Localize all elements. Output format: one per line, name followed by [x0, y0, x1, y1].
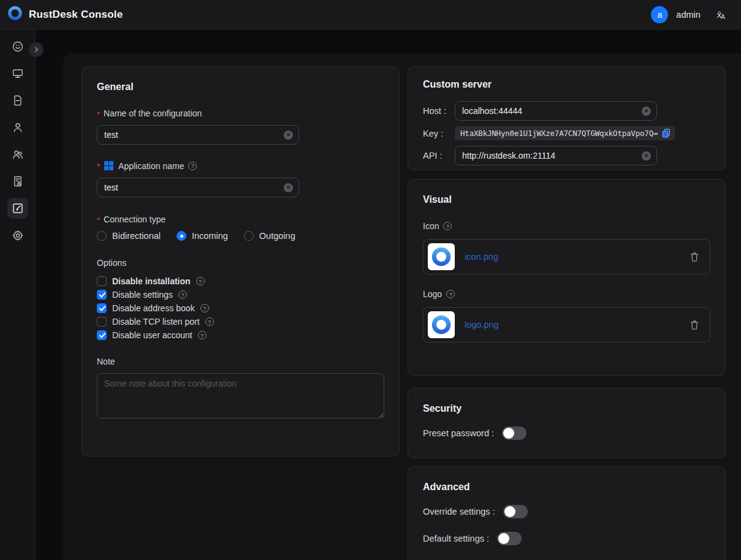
note-label: Note: [97, 357, 384, 366]
icon-upload-box: icon.png: [423, 239, 710, 274]
security-title: Security: [423, 403, 710, 414]
app-title: RustDesk Console: [29, 9, 123, 21]
help-icon[interactable]: ?: [198, 331, 207, 339]
checkbox-box[interactable]: [97, 290, 107, 300]
general-card: General * Name of the configuration ✕ * …: [82, 66, 400, 456]
override-settings-row: Override settings :: [423, 505, 710, 518]
smile-icon: [12, 40, 24, 53]
host-row: Host : ✕: [423, 101, 710, 121]
key-row: Key : HtaXBkJNHyn0e1U1jWXze7A7CN7QTGWqxk…: [423, 126, 710, 140]
sidebar-item-users[interactable]: [7, 117, 28, 138]
trash-icon: [690, 252, 699, 262]
note-textarea[interactable]: [97, 373, 384, 418]
checkbox-disable-address-book[interactable]: Disable address book ?: [97, 301, 384, 315]
override-settings-toggle[interactable]: [503, 505, 528, 518]
override-settings-label: Override settings :: [423, 507, 495, 516]
connection-type-radio-group: Bidirectional Incoming Outgoing: [97, 231, 384, 241]
radio-incoming[interactable]: Incoming: [177, 231, 228, 241]
name-config-field: ✕: [97, 125, 299, 145]
visual-title: Visual: [423, 194, 710, 205]
default-settings-label: Default settings :: [423, 534, 489, 543]
clear-api-icon[interactable]: ✕: [642, 151, 651, 161]
name-config-input[interactable]: [97, 130, 298, 140]
help-icon[interactable]: ?: [178, 290, 187, 299]
icon-label: Icon ?: [423, 221, 710, 231]
clear-host-icon[interactable]: ✕: [642, 107, 651, 116]
application-name-field: ✕: [97, 178, 299, 197]
security-card: Security Preset password :: [408, 388, 726, 458]
sidebar-item-dashboard[interactable]: [7, 36, 28, 57]
icon-file-link[interactable]: icon.png: [465, 252, 498, 262]
user-avatar[interactable]: a: [651, 6, 668, 23]
sidebar-item-settings[interactable]: [7, 225, 28, 246]
radio-circle[interactable]: [244, 231, 254, 241]
preset-password-label: Preset password :: [423, 428, 494, 438]
top-bar: RustDesk Console a admin x̄A: [0, 0, 741, 29]
key-label: Key :: [423, 129, 455, 138]
user-icon: [12, 121, 24, 134]
copy-icon[interactable]: [662, 129, 671, 138]
visual-card: Visual Icon ? icon.png: [408, 179, 726, 376]
required-asterisk: *: [97, 162, 100, 171]
sidebar-expand-button[interactable]: [29, 42, 44, 57]
checkbox-disable-installation[interactable]: Disable installation ?: [97, 274, 384, 288]
api-input[interactable]: [455, 151, 656, 161]
host-label: Host :: [423, 106, 455, 116]
checkbox-disable-tcp-listen-port[interactable]: Disable TCP listen port ?: [97, 315, 384, 328]
options-checkbox-list: Disable installation ? Disable settings …: [97, 274, 384, 342]
help-icon[interactable]: ?: [196, 277, 205, 286]
sidebar-item-logs[interactable]: [7, 90, 28, 111]
monitor-icon: [12, 67, 24, 80]
logo-thumbnail: [428, 311, 455, 338]
radio-circle[interactable]: [177, 231, 186, 241]
sidebar-item-groups[interactable]: [7, 144, 28, 165]
sidebar-item-devices[interactable]: [7, 63, 28, 84]
gear-icon: [12, 229, 24, 241]
connection-type-label: * Connection type: [97, 214, 384, 224]
rustdesk-logo-icon: [7, 5, 23, 24]
clear-app-name-icon[interactable]: ✕: [284, 183, 293, 192]
logo-file-link[interactable]: logo.png: [465, 320, 499, 330]
server-key-value: HtaXBkJNHyn0e1U1jWXze7A7CN7QTGWqxkOtpaVp…: [460, 129, 658, 138]
username[interactable]: admin: [676, 10, 701, 20]
brand[interactable]: RustDesk Console: [7, 5, 123, 24]
checkbox-box[interactable]: [97, 276, 107, 286]
host-input[interactable]: [455, 106, 656, 116]
api-row: API : ✕: [423, 146, 710, 165]
checkbox-disable-user-account[interactable]: Disable user account ?: [97, 328, 384, 342]
options-label: Options: [97, 258, 384, 268]
application-name-input[interactable]: [97, 183, 298, 192]
required-asterisk: *: [97, 110, 100, 119]
custom-server-card: Custom server Host : ✕ Key : HtaXBkJNHyn…: [408, 66, 726, 170]
icon-thumbnail: [428, 243, 455, 270]
content-panel: General * Name of the configuration ✕ * …: [63, 54, 741, 560]
help-icon[interactable]: ?: [443, 222, 452, 230]
radio-bidirectional[interactable]: Bidirectional: [97, 231, 161, 241]
preset-password-toggle[interactable]: [502, 426, 526, 440]
delete-logo-button[interactable]: [690, 320, 699, 330]
sidebar-item-custom-clients[interactable]: [7, 198, 28, 219]
checkbox-box[interactable]: [97, 317, 107, 327]
checkbox-box[interactable]: [97, 303, 107, 313]
host-field: ✕: [455, 101, 657, 121]
custom-server-title: Custom server: [423, 79, 710, 90]
radio-outgoing[interactable]: Outgoing: [244, 231, 295, 241]
trash-icon: [690, 320, 699, 330]
translate-icon[interactable]: x̄A: [717, 9, 725, 20]
sidebar-item-address-books[interactable]: [7, 171, 28, 192]
help-icon[interactable]: ?: [188, 162, 197, 170]
rustdesk-console-screen: RustDesk Console a admin x̄A: [0, 0, 741, 560]
document-audit-icon: [12, 175, 24, 187]
required-asterisk: *: [97, 216, 100, 225]
checkbox-disable-settings[interactable]: Disable settings ?: [97, 288, 384, 301]
help-icon[interactable]: ?: [446, 290, 455, 298]
default-settings-toggle[interactable]: [497, 532, 522, 545]
radio-circle[interactable]: [97, 231, 107, 241]
clear-name-icon[interactable]: ✕: [284, 131, 293, 140]
help-icon[interactable]: ?: [200, 304, 209, 312]
help-icon[interactable]: ?: [205, 317, 214, 326]
checkbox-box[interactable]: [97, 330, 107, 340]
general-title: General: [97, 81, 384, 93]
delete-icon-button[interactable]: [690, 252, 699, 262]
preset-password-row: Preset password :: [423, 426, 710, 440]
